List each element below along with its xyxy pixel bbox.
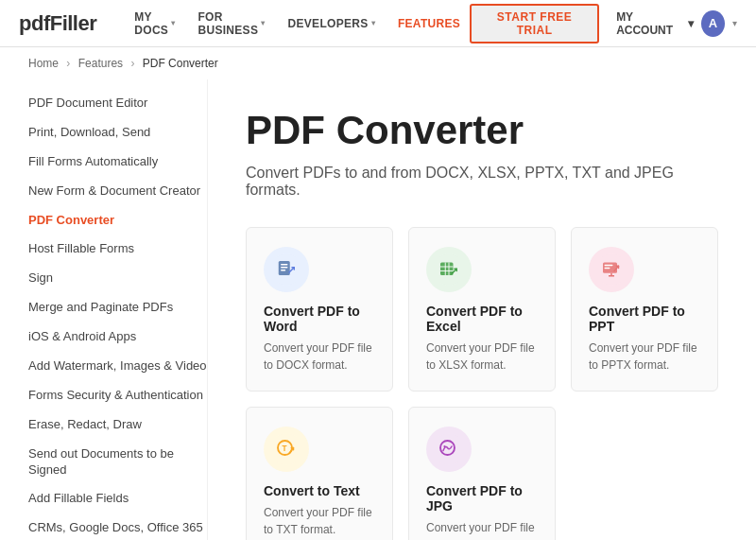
breadcrumb-current: PDF Converter (143, 57, 218, 70)
card-text[interactable]: T Convert to Text Convert your PDF file … (246, 407, 393, 540)
nav-developers[interactable]: DEVELOPERS ▾ (279, 11, 385, 36)
sidebar-item-pdf-editor[interactable]: PDF Document Editor (28, 89, 207, 118)
sidebar-item-apps[interactable]: iOS & Android Apps (28, 322, 207, 352)
sidebar-item-pdf-converter[interactable]: PDF Converter (28, 206, 207, 235)
card-text-desc: Convert your PDF file to TXT format. (264, 504, 375, 538)
sidebar: PDF Document Editor Print, Download, Sen… (0, 79, 208, 540)
sidebar-item-print[interactable]: Print, Download, Send (28, 118, 207, 148)
breadcrumb-home[interactable]: Home (28, 57, 59, 70)
card-icon-word (264, 247, 309, 292)
nav-for-business[interactable]: FOR BUSINESS ▾ (188, 5, 274, 43)
svg-point-22 (443, 445, 445, 447)
chevron-down-icon: ▾ (732, 18, 737, 28)
sidebar-item-forms-security[interactable]: Forms Security & Authentication (28, 381, 207, 410)
sidebar-item-erase[interactable]: Erase, Redact, Draw (28, 410, 207, 440)
card-excel-desc: Convert your PDF file to XLSX format. (426, 340, 538, 374)
card-ppt-desc: Convert your PDF file to PPTX format. (589, 340, 700, 374)
svg-rect-3 (281, 267, 288, 269)
header: pdfFiller MY DOCS ▾ FOR BUSINESS ▾ DEVEL… (0, 0, 756, 47)
sidebar-item-new-form[interactable]: New Form & Document Creator (28, 177, 207, 206)
card-excel[interactable]: Convert PDF to Excel Convert your PDF fi… (408, 227, 556, 392)
card-jpg-title: Convert PDF to JPG (426, 483, 538, 514)
card-icon-excel (426, 247, 472, 292)
card-excel-title: Convert PDF to Excel (426, 304, 538, 334)
svg-rect-14 (605, 268, 610, 270)
sidebar-item-add-fields[interactable]: Add Fillable Fields (28, 484, 207, 514)
page-body: PDF Document Editor Print, Download, Sen… (0, 79, 756, 540)
card-word[interactable]: Convert PDF to Word Convert your PDF fil… (246, 227, 393, 392)
my-account-nav[interactable]: MY ACCOUNT ▾ (616, 10, 694, 37)
card-jpg-desc: Convert your PDF file to JPEG format. (426, 519, 538, 540)
svg-rect-13 (605, 265, 613, 267)
breadcrumb-features[interactable]: Features (78, 57, 123, 70)
header-right: START FREE TRIAL MY ACCOUNT ▾ A ▾ (470, 4, 737, 44)
main-content: PDF Converter Convert PDFs to and from D… (208, 79, 756, 540)
sidebar-item-host-forms[interactable]: Host Fillable Forms (28, 235, 207, 264)
card-ppt-title: Convert PDF to PPT (589, 304, 700, 334)
nav-my-docs[interactable]: MY DOCS ▾ (125, 5, 184, 43)
svg-text:T: T (283, 444, 287, 453)
card-word-title: Convert PDF to Word (264, 304, 375, 334)
start-trial-button[interactable]: START FREE TRIAL (470, 4, 599, 44)
card-jpg[interactable]: Convert PDF to JPG Convert your PDF file… (408, 407, 556, 540)
sidebar-item-watermark[interactable]: Add Watermark, Images & Video (28, 352, 207, 381)
logo[interactable]: pdfFiller (19, 11, 96, 36)
svg-rect-2 (281, 264, 288, 266)
chevron-down-icon: ▾ (371, 19, 375, 27)
cards-grid: Convert PDF to Word Convert your PDF fil… (246, 227, 718, 540)
card-icon-ppt (589, 247, 634, 292)
chevron-down-icon: ▾ (261, 19, 265, 27)
avatar[interactable]: A (701, 10, 725, 37)
breadcrumb-sep2: › (130, 57, 134, 70)
sidebar-item-merge[interactable]: Merge and Paginate PDFs (28, 293, 207, 322)
chevron-down-icon: ▾ (171, 19, 175, 27)
sidebar-item-send-docs[interactable]: Send out Documents to be Signed (28, 440, 207, 485)
page-title: PDF Converter (246, 108, 718, 153)
card-ppt[interactable]: Convert PDF to PPT Convert your PDF file… (571, 227, 718, 392)
card-icon-text: T (264, 427, 309, 472)
card-word-desc: Convert your PDF file to DOCX format. (264, 340, 375, 374)
sidebar-item-fill-forms[interactable]: Fill Forms Automatically (28, 148, 207, 177)
main-nav: MY DOCS ▾ FOR BUSINESS ▾ DEVELOPERS ▾ FE… (125, 5, 470, 43)
nav-features[interactable]: FEATURES (388, 11, 470, 36)
breadcrumb: Home › Features › PDF Converter (0, 47, 756, 79)
page-subtitle: Convert PDFs to and from DOCX, XLSX, PPT… (246, 165, 718, 199)
chevron-down-icon: ▾ (688, 17, 694, 30)
sidebar-item-crms[interactable]: CRMs, Google Docs, Office 365 (28, 514, 207, 540)
card-icon-jpg (426, 427, 472, 472)
sidebar-item-sign[interactable]: Sign (28, 264, 207, 293)
card-text-title: Convert to Text (264, 483, 375, 498)
svg-rect-4 (281, 270, 285, 271)
breadcrumb-sep: › (66, 57, 70, 70)
